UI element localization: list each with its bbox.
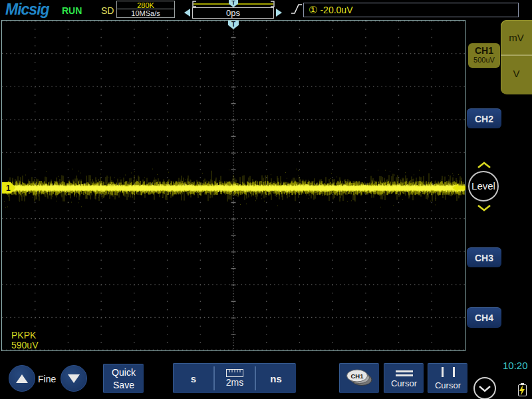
bottom-toolbar: Fine Quick Save s 2ms ns CH1 Cur	[0, 359, 532, 399]
cursor-v-label: Cursor	[435, 380, 461, 390]
timebase-nanoseconds-button[interactable]: ns	[256, 364, 296, 393]
pkpk-label: PKPK	[11, 331, 38, 340]
vertical-unit-rocker[interactable]: mV V	[501, 20, 532, 94]
pkpk-measurement: PKPK 590uV	[11, 331, 38, 350]
channel4-button[interactable]: CH4	[467, 307, 501, 328]
channel3-button[interactable]: CH3	[467, 247, 501, 267]
trigger-level-box[interactable]: ①-20.0uV	[303, 3, 519, 17]
channel1-badge[interactable]: CH1 500uV	[468, 43, 500, 68]
trigger-position-value[interactable]: 0ps	[192, 7, 274, 19]
trigger-position-right-arrow[interactable]	[276, 9, 282, 17]
trigger-level-arrow[interactable]	[452, 182, 466, 194]
level-down-chevron[interactable]	[477, 204, 491, 211]
channel2-button[interactable]: CH2	[467, 108, 501, 128]
run-status: RUN	[62, 5, 82, 16]
channel1-position-marker[interactable]: 1	[2, 182, 17, 194]
fine-mode-label: Fine	[38, 374, 56, 384]
vertical-cursor-icon	[442, 367, 455, 377]
collapse-menu-button[interactable]	[473, 377, 496, 399]
sd-card-indicator: SD	[101, 5, 114, 16]
channel-stack-icon: CH1	[344, 366, 376, 390]
waveform-canvas[interactable]	[2, 21, 465, 350]
down-triangle-icon	[68, 374, 80, 383]
level-up-chevron[interactable]	[477, 162, 491, 169]
scope-display[interactable]: T 1 PKPK 590uV	[1, 20, 466, 351]
chevron-down-icon	[477, 384, 493, 393]
horizontal-cursor-button[interactable]: Cursor	[384, 363, 424, 393]
channel1-scale: 500uV	[468, 56, 500, 65]
trigger-source-badge: ①	[309, 4, 317, 15]
horizontal-cursor-icon	[396, 368, 413, 378]
sample-rate: 10MSa/s	[117, 9, 174, 17]
battery-icon	[518, 384, 527, 396]
fine-increase-button[interactable]	[9, 365, 35, 392]
timebase-seconds-button[interactable]: s	[174, 364, 213, 393]
channel1-label: CH1	[468, 45, 500, 56]
unit-mv-button[interactable]: mV	[501, 20, 532, 56]
vertical-cursor-button[interactable]: Cursor	[428, 363, 467, 393]
top-status-bar: Micsig RUN SD 280K 10MSa/s T 0ps ①-20.0u…	[0, 0, 532, 19]
sample-rate-box[interactable]: 280K 10MSa/s	[116, 1, 175, 18]
pkpk-value: 590uV	[11, 340, 38, 350]
timebase-value-button[interactable]: 2ms	[215, 364, 255, 393]
quick-save-line2: Save	[104, 379, 144, 392]
unit-v-button[interactable]: V	[501, 56, 532, 93]
up-triangle-icon	[16, 374, 28, 383]
quick-save-button[interactable]: Quick Save	[103, 364, 144, 393]
brand-logo: Micsig	[5, 1, 49, 19]
memory-depth: 280K	[117, 1, 174, 9]
trigger-level-value: -20.0uV	[320, 5, 352, 15]
fine-decrease-button[interactable]	[61, 365, 87, 392]
timebase-control: s 2ms ns	[173, 363, 296, 393]
trigger-position-left-arrow[interactable]	[184, 9, 190, 17]
channel-select-button[interactable]: CH1	[339, 363, 379, 393]
trigger-slope-icon	[291, 3, 303, 16]
quick-save-line1: Quick	[104, 366, 144, 379]
timebase-value: 2ms	[226, 377, 243, 388]
cursor-h-label: Cursor	[391, 378, 417, 388]
svg-text:1: 1	[6, 184, 11, 193]
ruler-icon	[226, 369, 243, 377]
svg-text:CH1: CH1	[350, 372, 364, 380]
clock: 10:20	[503, 360, 528, 371]
level-knob[interactable]: Level	[468, 171, 499, 201]
